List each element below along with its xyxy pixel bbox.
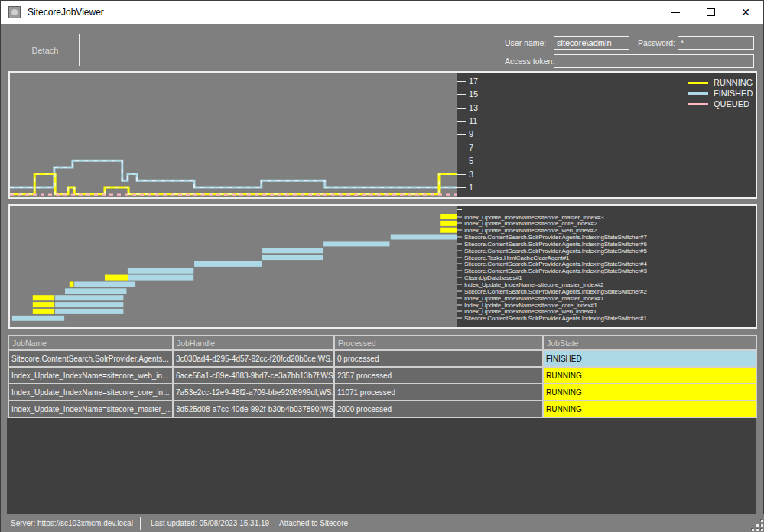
status-attached: Attached to Sitecore bbox=[279, 519, 348, 527]
gantt-tick bbox=[457, 257, 462, 258]
gantt-tick bbox=[457, 318, 462, 319]
app-window: SitecoreJobViewer ✕ Detach User name: Pa… bbox=[0, 0, 764, 532]
maximize-button[interactable] bbox=[693, 1, 728, 24]
y-axis-label: 11 bbox=[469, 116, 477, 125]
legend-swatch bbox=[688, 92, 708, 95]
column-header-jobhandle[interactable]: JobHandle bbox=[174, 336, 333, 349]
gantt-axis-row: Index_Update_IndexName=sitecore_master_i… bbox=[457, 294, 603, 301]
gantt-tick bbox=[457, 237, 462, 238]
line-chart-plot bbox=[10, 73, 457, 197]
gantt-row-label: Sitecore.ContentSearch.SolrProvider.Agen… bbox=[464, 247, 647, 254]
gantt-axis-row: Index_Update_IndexName=sitecore_master_i… bbox=[457, 213, 603, 220]
table-row[interactable]: Index_Update_IndexName=sitecore_web_in..… bbox=[9, 368, 756, 383]
y-axis-tick bbox=[457, 94, 466, 95]
password-label: Password: bbox=[638, 38, 675, 47]
gantt-row-label: Sitecore.ContentSearch.SolrProvider.Agen… bbox=[464, 261, 647, 268]
password-input[interactable] bbox=[678, 36, 754, 50]
gantt-row-label: Index_Update_IndexName=sitecore_core_ind… bbox=[464, 220, 597, 227]
legend-label: QUEUED bbox=[714, 99, 749, 109]
legend-label: FINISHED bbox=[714, 89, 753, 98]
access-token-input[interactable] bbox=[554, 54, 754, 68]
y-axis-label: 13 bbox=[469, 103, 478, 112]
gantt-row-label: Sitecore.ContentSearch.SolrProvider.Agen… bbox=[464, 240, 647, 247]
job-state-cell: RUNNING bbox=[544, 368, 756, 383]
line-chart-panel: 1357911131517RUNNINGFINISHEDQUEUED bbox=[8, 71, 757, 199]
gantt-row-label: Index_Update_IndexName=sitecore_web_inde… bbox=[464, 308, 597, 315]
table-row[interactable]: Index_Update_IndexName=sitecore_core_in.… bbox=[9, 384, 756, 400]
gantt-row-label: Index_Update_IndexName=sitecore_core_ind… bbox=[464, 301, 597, 308]
gantt-tick bbox=[457, 277, 462, 278]
gantt-row-label: Index_Update_IndexName=sitecore_master_i… bbox=[464, 213, 603, 220]
y-axis-label: 9 bbox=[469, 129, 473, 138]
gantt-axis-row: CleanUpDatabases#1 bbox=[457, 274, 522, 281]
gantt-axis-row: Index_Update_IndexName=sitecore_master_i… bbox=[457, 281, 603, 288]
gantt-tick bbox=[457, 304, 462, 305]
window-title: SitecoreJobViewer bbox=[28, 7, 104, 18]
legend-item: FINISHED bbox=[688, 89, 753, 98]
close-icon: ✕ bbox=[741, 7, 750, 18]
y-axis-tick bbox=[457, 187, 466, 188]
gantt-axis-row: Sitecore.ContentSearch.SolrProvider.Agen… bbox=[457, 261, 647, 268]
line-chart-axis-panel: 1357911131517RUNNINGFINISHEDQUEUED bbox=[457, 73, 756, 197]
table-cell: Index_Update_IndexName=sitecore_core_in.… bbox=[9, 384, 172, 400]
app-icon bbox=[8, 6, 21, 18]
y-axis-label: 3 bbox=[469, 170, 473, 179]
status-server: Server: https://sc103xmcm.dev.local bbox=[11, 519, 133, 527]
job-state-cell: FINISHED bbox=[544, 351, 756, 366]
gantt-tick bbox=[457, 311, 462, 312]
status-last-updated: Last updated: 05/08/2023 15.31.19 bbox=[151, 519, 269, 527]
minimize-icon bbox=[671, 12, 680, 13]
gantt-plot bbox=[10, 206, 457, 327]
legend-label: RUNNING bbox=[714, 78, 753, 87]
gantt-row-label: Sitecore.ContentSearch.SolrProvider.Agen… bbox=[464, 268, 647, 274]
gantt-tick bbox=[457, 284, 462, 285]
status-separator bbox=[271, 517, 271, 530]
table-cell: 7a53e2cc-12e9-48f2-a709-bbe9208999df;WS.… bbox=[174, 384, 333, 400]
y-axis-label: 7 bbox=[469, 143, 473, 152]
column-header-processed[interactable]: Processed bbox=[335, 336, 542, 349]
detach-button[interactable]: Detach bbox=[11, 34, 80, 66]
legend-swatch bbox=[688, 103, 708, 105]
table-row[interactable]: Sitecore.ContentSearch.SolrProvider.Agen… bbox=[9, 351, 756, 366]
username-input[interactable] bbox=[554, 36, 629, 50]
minimize-button[interactable] bbox=[658, 1, 693, 24]
gantt-tick bbox=[457, 271, 462, 271]
username-label: User name: bbox=[505, 38, 546, 47]
gantt-axis-panel: Index_Update_IndexName=sitecore_master_i… bbox=[457, 206, 756, 327]
gantt-axis-row: Sitecore.ContentSearch.SolrProvider.Agen… bbox=[457, 234, 647, 241]
y-axis-label: 5 bbox=[469, 156, 473, 165]
gantt-row-label: Sitecore.ContentSearch.SolrProvider.Agen… bbox=[464, 315, 647, 322]
table-row[interactable]: Index_Update_IndexName=sitecore_master_.… bbox=[9, 401, 756, 417]
resize-grip[interactable] bbox=[751, 519, 763, 531]
y-axis-label: 17 bbox=[469, 76, 478, 86]
gantt-axis-row: Index_Update_IndexName=sitecore_web_inde… bbox=[457, 308, 597, 315]
table-cell: 2357 processed bbox=[335, 368, 542, 383]
gantt-axis-row: Index_Update_IndexName=sitecore_core_ind… bbox=[457, 301, 597, 308]
access-token-label: Access token: bbox=[505, 57, 554, 66]
gantt-tick bbox=[457, 216, 462, 217]
gantt-row-label: Index_Update_IndexName=sitecore_web_inde… bbox=[464, 227, 597, 234]
gantt-tick bbox=[457, 209, 462, 210]
gantt-axis-row: Index_Update_IndexName=sitecore_web_inde… bbox=[457, 227, 597, 234]
job-state-cell: RUNNING bbox=[544, 384, 756, 400]
table-cell: Index_Update_IndexName=sitecore_web_in..… bbox=[9, 368, 172, 383]
empty-log-area bbox=[7, 418, 756, 514]
title-bar: SitecoreJobViewer ✕ bbox=[1, 1, 763, 24]
gantt-tick bbox=[457, 290, 462, 291]
gantt-tick bbox=[457, 250, 462, 251]
gantt-axis-row: Sitecore.ContentSearch.SolrProvider.Agen… bbox=[457, 247, 647, 254]
column-header-jobname[interactable]: JobName bbox=[9, 336, 172, 349]
y-axis-label: 1 bbox=[469, 183, 473, 192]
legend-item: QUEUED bbox=[688, 99, 749, 109]
column-header-jobstate[interactable]: JobState bbox=[544, 336, 756, 349]
legend-swatch bbox=[688, 82, 708, 84]
table-cell: 3d525d08-a7cc-40de-992f-b30b4b037890;WS.… bbox=[174, 401, 333, 417]
job-state-cell: RUNNING bbox=[544, 401, 756, 417]
gantt-row-label: Sitecore.ContentSearch.SolrProvider.Agen… bbox=[464, 234, 647, 241]
table-header-row: JobNameJobHandleProcessedJobState bbox=[9, 336, 756, 349]
close-button[interactable]: ✕ bbox=[728, 1, 763, 24]
y-axis-tick bbox=[457, 174, 466, 175]
gantt-row-label: Sitecore.ContentSearch.SolrProvider.Agen… bbox=[464, 287, 647, 294]
table-cell: Index_Update_IndexName=sitecore_master_.… bbox=[9, 401, 172, 417]
gantt-axis-row: Sitecore.ContentSearch.SolrProvider.Agen… bbox=[457, 268, 647, 274]
